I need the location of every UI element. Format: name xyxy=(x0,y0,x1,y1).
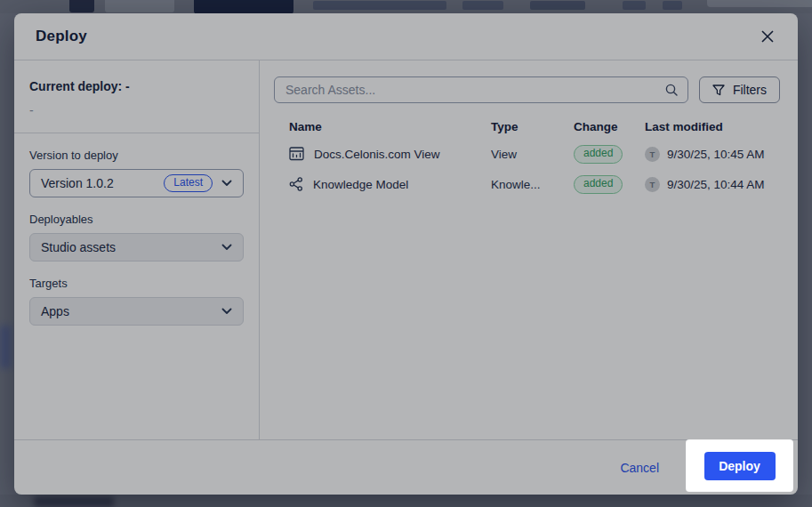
deploy-form: Version to deploy Version 1.0.2 Latest D… xyxy=(14,133,259,326)
search-box xyxy=(274,76,688,103)
assets-toolbar: Filters xyxy=(274,76,780,103)
assets-table-header: Name Type Change Last modified xyxy=(274,115,780,139)
latest-badge: Latest xyxy=(164,174,213,192)
table-row[interactable]: Docs.Celonis.com View View added T 9/30/… xyxy=(274,139,780,169)
chevron-down-icon xyxy=(221,244,232,251)
avatar: T xyxy=(645,177,660,192)
table-row[interactable]: Knowledge Model Knowle... added T 9/30/2… xyxy=(274,169,780,199)
background-bottom-blob xyxy=(34,496,114,507)
modal-footer: Cancel xyxy=(14,439,798,495)
asset-type: Knowle... xyxy=(491,178,574,191)
background-app-bottom xyxy=(0,495,812,507)
targets-label: Targets xyxy=(29,277,244,290)
version-select-value: Version 1.0.2 xyxy=(41,176,114,190)
asset-type: View xyxy=(491,148,574,161)
column-header-name: Name xyxy=(289,120,491,133)
knowledge-model-icon xyxy=(289,177,303,191)
background-text-blob xyxy=(530,1,585,10)
chevron-down-icon xyxy=(221,308,232,315)
avatar: T xyxy=(645,147,660,162)
column-header-last-modified: Last modified xyxy=(645,120,780,133)
deploy-button-spotlight: Deploy xyxy=(687,440,792,491)
targets-select-value: Apps xyxy=(41,304,69,318)
background-text-blob xyxy=(663,1,682,10)
asset-name: Docs.Celonis.com View xyxy=(314,148,440,161)
assets-table: Name Type Change Last modified Docs.Celo… xyxy=(274,115,780,199)
background-panel-corner xyxy=(707,0,812,7)
modal-body: Current deploy: - - Version to deploy Ve… xyxy=(14,60,798,439)
filter-funnel-icon xyxy=(712,84,725,96)
version-select[interactable]: Version 1.0.2 Latest xyxy=(29,169,244,197)
close-icon xyxy=(760,28,776,44)
change-badge: added xyxy=(574,145,623,164)
background-icon-button xyxy=(69,0,94,12)
cancel-button[interactable]: Cancel xyxy=(615,460,664,476)
deploy-sidebar: Current deploy: - - Version to deploy Ve… xyxy=(14,60,260,439)
targets-select[interactable]: Apps xyxy=(29,297,244,326)
close-button[interactable] xyxy=(755,24,780,49)
current-deploy-section: Current deploy: - - xyxy=(14,60,259,133)
background-text-blob xyxy=(313,1,446,10)
background-nav-highlight xyxy=(0,326,11,368)
chevron-down-icon xyxy=(221,180,232,187)
last-modified-value: 9/30/25, 10:44 AM xyxy=(667,178,765,191)
column-header-change: Change xyxy=(574,120,645,133)
background-primary-button xyxy=(194,0,293,14)
deployables-select[interactable]: Studio assets xyxy=(29,233,244,262)
column-header-type: Type xyxy=(491,120,574,133)
current-deploy-value: - xyxy=(29,103,244,117)
filters-button-label: Filters xyxy=(733,83,767,97)
search-input[interactable] xyxy=(285,83,664,97)
background-text-blob xyxy=(462,1,503,10)
version-label: Version to deploy xyxy=(29,149,244,162)
view-icon xyxy=(289,147,304,161)
deployables-label: Deployables xyxy=(29,213,244,226)
filters-button[interactable]: Filters xyxy=(699,76,780,103)
deploy-button[interactable]: Deploy xyxy=(704,452,776,480)
background-toolbar-item xyxy=(105,0,174,12)
deployables-select-value: Studio assets xyxy=(41,240,116,254)
change-badge: added xyxy=(574,175,623,194)
current-deploy-label: Current deploy: - xyxy=(29,79,244,93)
asset-name: Knowledge Model xyxy=(313,178,408,191)
last-modified-value: 9/30/25, 10:45 AM xyxy=(667,148,765,161)
assets-panel: Filters Name Type Change Last modified D… xyxy=(260,60,798,439)
modal-header: Deploy xyxy=(14,13,798,60)
search-icon xyxy=(664,83,679,97)
background-text-blob xyxy=(623,1,646,10)
deploy-modal: Deploy Current deploy: - - Version to de… xyxy=(14,13,798,495)
modal-title: Deploy xyxy=(36,28,87,45)
